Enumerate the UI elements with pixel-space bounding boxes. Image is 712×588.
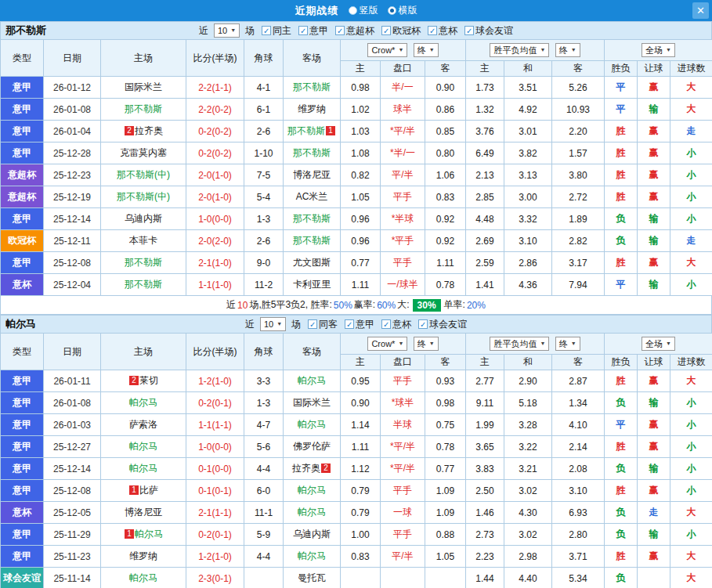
- score[interactable]: 2-3(0-1): [186, 568, 244, 588]
- away-team[interactable]: 拉齐奥2: [284, 458, 341, 480]
- home-team[interactable]: 本菲卡: [101, 230, 186, 252]
- score[interactable]: 0-2(0-1): [186, 392, 244, 414]
- score[interactable]: 0-1(0-1): [186, 480, 244, 502]
- match-row: 意超杯25-12-19那不勒斯(中)2-0(1-0)5-4AC米兰1.05平手0…: [1, 186, 712, 208]
- scope-select[interactable]: 全场▼: [642, 337, 675, 351]
- home-team[interactable]: 博洛尼亚: [101, 502, 186, 524]
- away-team[interactable]: 那不勒斯: [284, 142, 341, 164]
- team-label: 那不勒斯: [287, 125, 325, 136]
- away-team[interactable]: 国际米兰: [284, 392, 341, 414]
- filter-checkbox[interactable]: ✓意杯: [381, 318, 411, 331]
- filter-checkbox[interactable]: ✓球会友谊: [418, 318, 467, 331]
- avg-home: 1.73: [466, 77, 504, 99]
- away-team[interactable]: 那不勒斯: [284, 77, 341, 99]
- result-goals: 小: [670, 524, 712, 546]
- home-team[interactable]: 帕尔马: [101, 392, 186, 414]
- radio-horizontal-layout[interactable]: 横版: [388, 4, 417, 17]
- score[interactable]: 1-0(0-0): [186, 208, 244, 230]
- odds-time-select[interactable]: 终▼: [414, 43, 439, 57]
- checkbox-icon: ✓: [335, 26, 345, 35]
- col-header-corner: 角球: [244, 334, 284, 370]
- home-team[interactable]: 1比萨: [101, 480, 186, 502]
- match-count-select[interactable]: 10▼: [260, 317, 286, 331]
- away-team[interactable]: 帕尔马: [284, 546, 341, 568]
- team-section: 帕尔马 近 10▼ 场 ✓同客✓意甲✓意杯✓球会友谊 类型 日期 主场 比分(半…: [0, 315, 712, 588]
- col-header-avg-away: 客: [552, 61, 605, 77]
- away-team[interactable]: 维罗纳: [284, 99, 341, 121]
- score[interactable]: 0-1(0-0): [186, 458, 244, 480]
- away-team[interactable]: 那不勒斯1: [284, 121, 341, 142]
- home-team[interactable]: 克雷莫内塞: [101, 142, 186, 164]
- result-goals: 大: [670, 99, 712, 121]
- away-team[interactable]: 帕尔马: [284, 502, 341, 524]
- filter-checkbox[interactable]: ✓意杯: [428, 24, 457, 38]
- home-team[interactable]: 那不勒斯: [101, 99, 186, 121]
- odds-time-select[interactable]: 终▼: [414, 337, 439, 351]
- score[interactable]: 1-0(0-0): [186, 436, 244, 458]
- home-team[interactable]: 那不勒斯(中): [101, 164, 186, 186]
- bookmaker-select[interactable]: Crow*▼: [367, 43, 407, 57]
- home-team[interactable]: 那不勒斯: [101, 252, 186, 274]
- filter-checkbox[interactable]: ✓意甲: [345, 318, 374, 331]
- home-team[interactable]: 萨索洛: [101, 414, 186, 436]
- score[interactable]: 0-2(0-2): [186, 142, 244, 164]
- score[interactable]: 1-2(1-0): [186, 546, 244, 568]
- score[interactable]: 1-2(1-0): [186, 370, 244, 392]
- home-team[interactable]: 2拉齐奥: [101, 121, 186, 142]
- avg-time-select[interactable]: 终▼: [555, 43, 580, 57]
- home-team[interactable]: 那不勒斯(中): [101, 186, 186, 208]
- away-team[interactable]: 卡利亚里: [284, 274, 341, 296]
- score[interactable]: 2-2(1-1): [186, 77, 244, 99]
- home-team[interactable]: 2莱切: [101, 370, 186, 392]
- away-team[interactable]: 那不勒斯: [284, 230, 341, 252]
- away-team[interactable]: 佛罗伦萨: [284, 436, 341, 458]
- match-row: 意甲25-11-291帕尔马0-2(0-1)5-9乌迪内斯1.00平手0.882…: [1, 524, 712, 546]
- avg-home: 2.59: [466, 252, 504, 274]
- away-team[interactable]: 曼托瓦: [284, 568, 341, 588]
- away-team[interactable]: 帕尔马: [284, 370, 341, 392]
- away-team[interactable]: 博洛尼亚: [284, 164, 341, 186]
- score[interactable]: 1-1(1-0): [186, 274, 244, 296]
- home-team[interactable]: 帕尔马: [101, 458, 186, 480]
- home-team[interactable]: 国际米兰: [101, 77, 186, 99]
- close-icon[interactable]: ✕: [692, 2, 709, 19]
- match-date: 25-12-27: [44, 436, 101, 458]
- col-header-date: 日期: [44, 40, 101, 77]
- filter-checkbox[interactable]: ✓同客: [308, 318, 338, 331]
- score[interactable]: 2-0(1-0): [186, 186, 244, 208]
- odds-time-value: 终: [417, 338, 426, 349]
- bookmaker-select[interactable]: Crow*▼: [367, 337, 407, 351]
- home-team[interactable]: 那不勒斯: [101, 274, 186, 296]
- filter-checkbox[interactable]: ✓意甲: [298, 24, 328, 38]
- score[interactable]: 2-1(1-1): [186, 502, 244, 524]
- radio-vertical-layout[interactable]: 竖版: [349, 4, 378, 17]
- score[interactable]: 2-0(1-0): [186, 164, 244, 186]
- filter-checkbox[interactable]: ✓意超杯: [335, 24, 374, 38]
- away-team[interactable]: 乌迪内斯: [284, 524, 341, 546]
- away-team[interactable]: 那不勒斯: [284, 208, 341, 230]
- avg-time-select[interactable]: 终▼: [555, 337, 580, 351]
- scope-select[interactable]: 全场▼: [642, 43, 675, 57]
- score[interactable]: 2-2(0-2): [186, 99, 244, 121]
- checkbox-label: 同客: [319, 318, 338, 331]
- away-team[interactable]: AC米兰: [284, 186, 341, 208]
- home-team[interactable]: 维罗纳: [101, 546, 186, 568]
- avg-type-select[interactable]: 胜平负均值▼: [490, 43, 549, 57]
- score[interactable]: 1-1(1-1): [186, 414, 244, 436]
- match-count-select[interactable]: 10▼: [214, 23, 240, 38]
- home-team[interactable]: 帕尔马: [101, 568, 186, 588]
- home-team[interactable]: 1帕尔马: [101, 524, 186, 546]
- home-team[interactable]: 帕尔马: [101, 436, 186, 458]
- avg-type-select[interactable]: 胜平负均值▼: [490, 337, 549, 351]
- score[interactable]: 2-0(2-0): [186, 230, 244, 252]
- score[interactable]: 2-1(1-0): [186, 252, 244, 274]
- away-team[interactable]: 尤文图斯: [284, 252, 341, 274]
- away-team[interactable]: 帕尔马: [284, 414, 341, 436]
- filter-checkbox[interactable]: ✓球会友谊: [464, 24, 513, 38]
- score[interactable]: 0-2(0-1): [186, 524, 244, 546]
- filter-checkbox[interactable]: ✓欧冠杯: [381, 24, 421, 38]
- score[interactable]: 0-2(0-2): [186, 121, 244, 142]
- away-team[interactable]: 帕尔马: [284, 480, 341, 502]
- home-team[interactable]: 乌迪内斯: [101, 208, 186, 230]
- filter-checkbox[interactable]: ✓同主: [262, 24, 291, 38]
